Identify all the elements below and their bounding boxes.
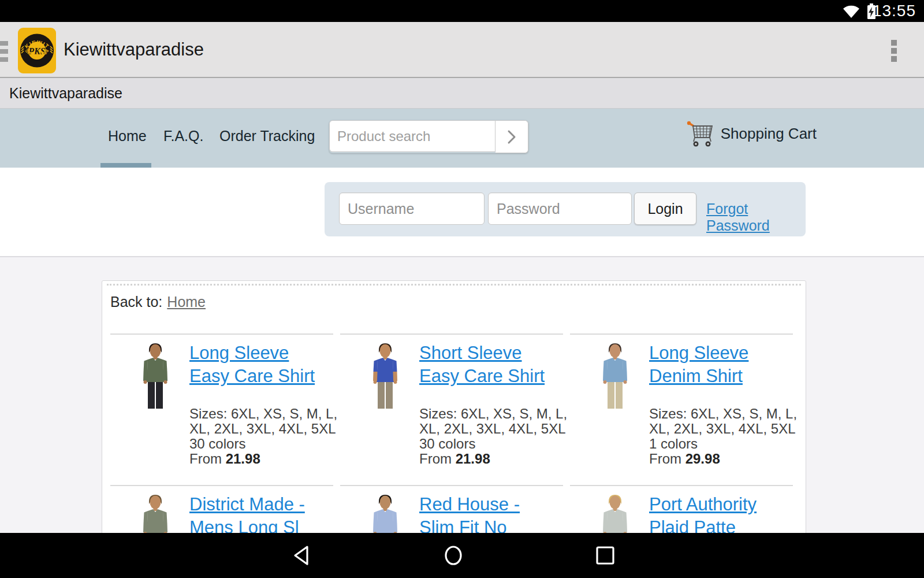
product-details: Sizes: 6XL, XS, S, M, L, XL, 2XL, 3XL, 4… (419, 406, 567, 466)
forgot-password-link[interactable]: Forgot Password (706, 201, 806, 234)
card-top-divider (107, 284, 801, 286)
product-link[interactable]: Long Sleeve Easy Care Shirt (189, 342, 315, 388)
tab-order-tracking[interactable]: Order Tracking (219, 109, 315, 163)
home-icon[interactable] (442, 544, 465, 567)
divider (340, 334, 563, 335)
back-icon[interactable] (290, 544, 313, 567)
product-link[interactable]: District Made - Mens Long Sl (189, 493, 305, 539)
divider (570, 485, 793, 486)
chevron-right-icon (506, 128, 517, 146)
password-field[interactable] (488, 192, 632, 225)
divider (110, 485, 333, 486)
product-card: Long Sleeve Denim Shirt Sizes: 6XL, XS, … (570, 334, 796, 485)
kiewit-pks-logo[interactable]: PKS KIEWIT SINCE 1884 (18, 28, 56, 73)
clock: 13:55 (873, 2, 916, 20)
shopping-cart-label: Shopping Cart (721, 125, 817, 143)
search-submit-button[interactable] (495, 120, 528, 153)
tab-faq[interactable]: F.A.Q. (163, 109, 203, 163)
search-input[interactable] (329, 120, 495, 152)
tab-home[interactable]: Home (108, 109, 147, 163)
divider (570, 334, 793, 335)
shopping-cart-icon (686, 119, 715, 148)
product-details: Sizes: 6XL, XS, S, M, L, XL, 2XL, 3XL, 4… (649, 406, 797, 466)
product-search (329, 120, 528, 153)
android-nav-bar (0, 533, 924, 578)
product-image[interactable] (135, 343, 176, 411)
divider (340, 485, 563, 486)
breadcrumb-label: Back to: (110, 294, 162, 310)
active-tab-indicator (100, 163, 151, 168)
shopping-cart-button[interactable]: Shopping Cart (686, 119, 817, 148)
username-field[interactable] (339, 192, 485, 225)
breadcrumb: Back to:Home (110, 294, 206, 310)
breadcrumb-home-link[interactable]: Home (167, 294, 206, 310)
product-link[interactable]: Port Authority Plaid Patte (649, 493, 757, 539)
product-image[interactable] (364, 343, 406, 411)
product-details: Sizes: 6XL, XS, S, M, L, XL, 2XL, 3XL, 4… (189, 406, 337, 466)
hamburger-menu-icon[interactable] (0, 41, 8, 63)
app-bar: PKS KIEWIT SINCE 1884 Kiewittvaparadise (0, 22, 924, 78)
login-button[interactable]: Login (634, 192, 696, 225)
product-image[interactable] (594, 343, 636, 411)
wifi-icon (842, 4, 860, 19)
android-status-bar: 13:55 (0, 0, 924, 22)
login-section: Login Forgot Password (0, 168, 924, 257)
recents-icon[interactable] (594, 544, 617, 567)
login-panel: Login Forgot Password (325, 182, 806, 236)
product-link[interactable]: Short Sleeve Easy Care Shirt (419, 342, 545, 388)
product-card: Short Sleeve Easy Care Shirt Sizes: 6XL,… (340, 334, 567, 485)
page-title: Kiewittvaparadise (9, 85, 122, 102)
site-nav-bar: Home F.A.Q. Order Tracking S (0, 109, 924, 168)
divider (110, 334, 333, 335)
product-link[interactable]: Long Sleeve Denim Shirt (649, 342, 748, 388)
page-header: Kiewittvaparadise (0, 78, 924, 109)
overflow-menu-icon[interactable] (891, 40, 897, 64)
product-card: Long Sleeve Easy Care Shirt Sizes: 6XL, … (110, 334, 337, 485)
screen: 13:55 PKS KIEWIT SINCE 1884 Kiewittvapar… (0, 0, 924, 578)
product-link[interactable]: Red House - Slim Fit No (419, 493, 520, 539)
app-title: Kiewittvaparadise (64, 22, 204, 77)
